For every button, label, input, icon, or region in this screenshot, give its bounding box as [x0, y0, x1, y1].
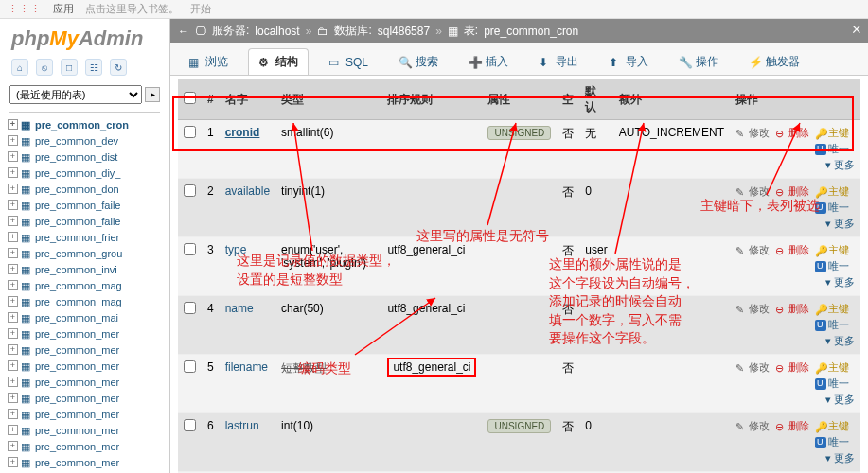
unique-link[interactable]: U唯一 — [815, 201, 849, 215]
expand-icon[interactable]: + — [8, 328, 18, 339]
delete-link[interactable]: ⊖删除 — [775, 126, 809, 140]
tree-item[interactable]: +▦pre_common_diy_ — [8, 165, 169, 181]
tab-search[interactable]: 🔍搜索 — [388, 48, 449, 75]
tab-insert[interactable]: ➕插入 — [458, 48, 519, 75]
edit-link[interactable]: ✎修改 — [735, 184, 770, 199]
more-dropdown[interactable]: ▾ 更多 — [825, 217, 855, 231]
expand-icon[interactable]: + — [8, 264, 18, 274]
tree-item[interactable]: +▦pre_common_mer — [8, 454, 169, 470]
more-dropdown[interactable]: ▾ 更多 — [825, 451, 855, 465]
expand-icon[interactable]: + — [8, 151, 18, 162]
row-check[interactable] — [184, 360, 196, 373]
sql-icon[interactable]: □ — [61, 59, 78, 76]
expand-icon[interactable]: + — [8, 377, 18, 387]
delete-link[interactable]: ⊖删除 — [775, 243, 809, 257]
delete-link[interactable]: ⊖删除 — [775, 302, 809, 316]
tab-browse[interactable]: ▦浏览 — [178, 48, 239, 75]
logo[interactable]: phpMyAdmin — [0, 19, 169, 55]
expand-icon[interactable]: + — [8, 344, 18, 355]
edit-link[interactable]: ✎修改 — [735, 419, 770, 433]
tree-item[interactable]: +▦pre_common_faile — [8, 213, 169, 229]
tree-item[interactable]: +▦pre_common_grou — [8, 245, 169, 261]
more-dropdown[interactable]: ▾ 更多 — [825, 334, 855, 348]
more-dropdown[interactable]: ▾ 更多 — [825, 158, 855, 172]
tree-item[interactable]: +▦pre_common_cron — [8, 116, 169, 132]
expand-icon[interactable]: + — [8, 425, 18, 435]
tree-item[interactable]: +▦pre_common_mer — [8, 406, 169, 422]
expand-icon[interactable]: + — [8, 184, 18, 194]
more-dropdown[interactable]: ▾ 更多 — [825, 393, 855, 407]
expand-icon[interactable]: + — [8, 167, 18, 178]
unique-link[interactable]: U唯一 — [815, 435, 849, 449]
apps-icon[interactable]: ⋮⋮⋮ — [8, 3, 42, 15]
tree-item[interactable]: +▦pre_common_mer — [8, 325, 169, 342]
tree-item[interactable]: +▦pre_common_invi — [8, 261, 169, 277]
primary-link[interactable]: 🔑主键 — [815, 243, 849, 257]
database-link[interactable]: sql486587 — [378, 25, 430, 38]
tree-item[interactable]: +▦pre_common_mer — [8, 342, 169, 358]
expand-icon[interactable]: + — [8, 441, 18, 451]
check-all[interactable] — [184, 92, 196, 104]
table-link[interactable]: pre_common_cron — [484, 25, 578, 38]
tree-item[interactable]: +▦pre_common_mai — [8, 309, 169, 325]
close-icon[interactable]: ⨯ — [851, 21, 862, 36]
tree-item[interactable]: +▦pre_common_mer — [8, 438, 169, 454]
expand-icon[interactable]: + — [8, 393, 18, 403]
logout-icon[interactable]: ⎋ — [36, 59, 53, 76]
row-check[interactable] — [184, 243, 196, 255]
primary-link[interactable]: 🔑主键 — [815, 360, 849, 375]
tree-item[interactable]: +▦pre_common_don — [8, 181, 169, 197]
primary-link[interactable]: 🔑主键 — [815, 302, 849, 316]
go-button[interactable]: ▸ — [145, 87, 160, 102]
edit-link[interactable]: ✎修改 — [735, 360, 770, 375]
server-link[interactable]: localhost — [255, 25, 299, 38]
expand-icon[interactable]: + — [8, 296, 18, 307]
primary-link[interactable]: 🔑主键 — [815, 419, 849, 433]
expand-icon[interactable]: + — [8, 119, 18, 130]
row-check[interactable] — [184, 126, 196, 138]
expand-icon[interactable]: + — [8, 200, 18, 210]
expand-icon[interactable]: + — [8, 135, 18, 146]
nav-toggle-icon[interactable]: ← — [178, 25, 189, 38]
expand-icon[interactable]: + — [8, 360, 18, 371]
expand-icon[interactable]: + — [8, 232, 18, 242]
row-check[interactable] — [184, 184, 196, 197]
tab-sql[interactable]: ▭SQL — [318, 48, 379, 75]
primary-link[interactable]: 🔑主键 — [815, 184, 849, 199]
tab-export[interactable]: ⬇导出 — [528, 48, 589, 75]
tree-item[interactable]: +▦pre_common_mag — [8, 293, 169, 309]
recent-tables-select[interactable]: (最近使用的表) — [9, 85, 142, 104]
expand-icon[interactable]: + — [8, 280, 18, 290]
apps-label[interactable]: 应用 — [53, 2, 74, 16]
expand-icon[interactable]: + — [8, 457, 18, 467]
tree-item[interactable]: +▦pre_common_mag — [8, 277, 169, 293]
tree-item[interactable]: +▦pre_common_dist — [8, 149, 169, 165]
tree-item[interactable]: +▦pre_common_faile — [8, 197, 169, 213]
home-icon[interactable]: ⌂ — [11, 59, 28, 76]
expand-icon[interactable]: + — [8, 409, 18, 419]
column-name[interactable]: name — [225, 302, 254, 315]
column-name[interactable]: cronid — [225, 126, 260, 139]
expand-icon[interactable]: + — [8, 248, 18, 258]
tree-item[interactable]: +▦pre_common_mer — [8, 374, 169, 390]
delete-link[interactable]: ⊖删除 — [775, 419, 809, 433]
tab-operations[interactable]: 🔧操作 — [668, 48, 729, 75]
unique-link[interactable]: U唯一 — [815, 318, 849, 332]
tab-import[interactable]: ⬆导入 — [598, 48, 659, 75]
docs-icon[interactable]: ☷ — [85, 59, 102, 76]
tree-item[interactable]: +▦pre_common_mer — [8, 358, 169, 374]
column-name[interactable]: filename — [225, 360, 268, 374]
column-name[interactable]: available — [225, 184, 270, 198]
edit-link[interactable]: ✎修改 — [735, 243, 770, 257]
primary-link[interactable]: 🔑主键 — [815, 126, 849, 140]
tab-triggers[interactable]: ⚡触发器 — [738, 48, 810, 75]
tree-item[interactable]: +▦pre_common_dev — [8, 132, 169, 149]
unique-link[interactable]: U唯一 — [815, 259, 849, 273]
row-check[interactable] — [184, 302, 196, 314]
more-dropdown[interactable]: ▾ 更多 — [825, 275, 855, 289]
tree-item[interactable]: +▦pre_common_frier — [8, 229, 169, 245]
tree-item[interactable]: +▦pre_common_mer — [8, 390, 169, 406]
tab-structure[interactable]: ⚙结构 — [248, 48, 309, 75]
unique-link[interactable]: U唯一 — [815, 142, 849, 156]
expand-icon[interactable]: + — [8, 216, 18, 226]
